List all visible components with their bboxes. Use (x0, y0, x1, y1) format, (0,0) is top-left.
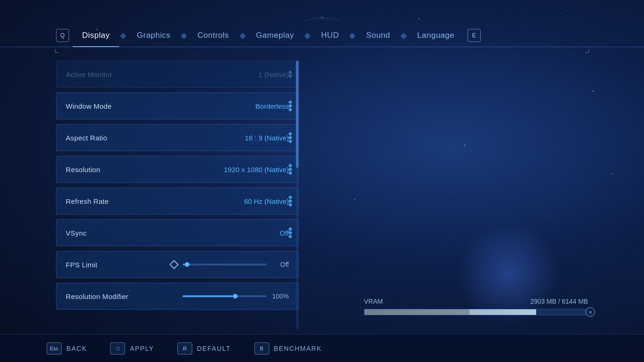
setting-refresh-rate[interactable]: Refresh Rate 60 Hz (Native) (56, 188, 299, 215)
fps-limit-value: Off (273, 261, 289, 268)
benchmark-key-badge: B (254, 342, 269, 355)
vram-usage-text: 2903 MB / 6144 MB (530, 298, 588, 305)
resolution-value: 1920 x 1080 (Native) (224, 166, 289, 174)
aspect-ratio-arrows (289, 132, 292, 143)
vram-available-bar (469, 309, 536, 315)
apply-key-badge: □ (110, 342, 125, 355)
tab-gameplay[interactable]: Gameplay (247, 28, 303, 43)
nav-sep-2: ◆ (180, 30, 188, 41)
vram-section: VRAM 2903 MB / 6144 MB ✕ (364, 298, 588, 315)
vram-label-row: VRAM 2903 MB / 6144 MB (364, 298, 588, 305)
active-monitor-value: 1 (Native) (259, 70, 289, 78)
setting-resolution[interactable]: Resolution 1920 x 1080 (Native) (56, 156, 299, 183)
fps-limit-slider-container: Off (98, 261, 289, 268)
setting-active-monitor[interactable]: Active Monitor 1 (Native) (56, 61, 299, 88)
tab-hud[interactable]: HUD (312, 28, 348, 43)
nav-corner-left-decoration (55, 49, 59, 53)
nav-sep-5: ◆ (348, 30, 357, 41)
nav-right-key[interactable]: E (468, 29, 481, 42)
nav-sep-6: ◆ (399, 30, 408, 41)
vram-used-bar (364, 309, 469, 315)
window-mode-arrows (289, 101, 292, 111)
setting-resolution-modifier[interactable]: Resolution Modifier 100% (56, 283, 299, 310)
window-mode-value: Borderless (255, 102, 289, 110)
resolution-modifier-label: Resolution Modifier (66, 292, 128, 300)
aspect-ratio-label: Aspect Ratio (66, 134, 107, 142)
nav-sep-1: ◆ (119, 30, 127, 41)
tab-language[interactable]: Language (408, 28, 464, 43)
resolution-modifier-slider-thumb[interactable] (233, 294, 238, 299)
default-key-badge: R (177, 342, 192, 355)
benchmark-label: BENCHMARK (274, 345, 322, 352)
arrow-down (288, 139, 292, 143)
apply-action[interactable]: □ APPLY (110, 342, 154, 355)
navigation-bar: Q Display ◆ Graphics ◆ Controls ◆ Gamepl… (0, 28, 644, 47)
fps-limit-label: FPS Limit (66, 261, 98, 269)
refresh-rate-label: Refresh Rate (66, 197, 109, 205)
refresh-rate-arrows (289, 196, 292, 206)
top-emblem (299, 14, 345, 28)
arrow-down (288, 235, 292, 238)
nav-sep-4: ◆ (303, 30, 312, 41)
arrow-down (288, 203, 292, 207)
window-mode-label: Window Mode (66, 102, 112, 110)
settings-panel: Active Monitor 1 (Native) Window Mode Bo… (56, 61, 299, 329)
nav-left-key[interactable]: Q (56, 29, 69, 42)
tab-controls[interactable]: Controls (188, 28, 238, 43)
back-key-badge: Esc (47, 342, 62, 355)
active-monitor-label: Active Monitor (66, 70, 112, 78)
arrow-down (288, 74, 292, 78)
apply-label: APPLY (130, 345, 154, 352)
default-label: DEFAULT (197, 345, 231, 352)
aspect-ratio-value: 16 : 9 (Native) (245, 134, 289, 142)
back-label: BACK (66, 345, 87, 352)
arrow-down (288, 171, 292, 175)
fps-limit-diamond-icon (169, 260, 179, 269)
bottom-action-bar: Esc BACK □ APPLY R DEFAULT B BENCHMARK (0, 334, 644, 362)
resolution-arrows (289, 164, 292, 174)
setting-aspect-ratio[interactable]: Aspect Ratio 16 : 9 (Native) (56, 124, 299, 151)
vram-bar-container: ✕ (364, 309, 588, 315)
tab-display[interactable]: Display (73, 28, 119, 43)
arrow-down (288, 108, 292, 111)
resolution-modifier-slider-fill (182, 295, 233, 297)
settings-scrollbar-thumb[interactable] (296, 61, 299, 168)
resolution-label: Resolution (66, 166, 100, 174)
resolution-modifier-value: 100% (272, 292, 289, 300)
settings-list: Active Monitor 1 (Native) Window Mode Bo… (56, 61, 299, 310)
vsync-value: Off (280, 229, 289, 237)
default-action[interactable]: R DEFAULT (177, 342, 231, 355)
resolution-modifier-slider-track[interactable] (182, 295, 266, 297)
refresh-rate-value: 60 Hz (Native) (244, 197, 289, 205)
resolution-modifier-slider-container: 100% (128, 292, 289, 300)
setting-window-mode[interactable]: Window Mode Borderless (56, 92, 299, 119)
fps-limit-slider-thumb[interactable] (185, 262, 189, 267)
benchmark-action[interactable]: B BENCHMARK (254, 342, 322, 355)
nav-corner-right-decoration (585, 49, 589, 53)
vram-label: VRAM (364, 298, 383, 305)
back-action[interactable]: Esc BACK (47, 342, 87, 355)
tab-sound[interactable]: Sound (357, 28, 399, 43)
vram-info-icon[interactable]: ✕ (586, 307, 595, 317)
vsync-arrows (289, 228, 292, 238)
setting-vsync[interactable]: VSync Off (56, 219, 299, 246)
settings-scrollbar-track[interactable] (296, 61, 299, 329)
svg-point-0 (321, 16, 323, 19)
setting-fps-limit[interactable]: FPS Limit Off (56, 251, 299, 278)
fps-limit-slider-track[interactable] (183, 264, 267, 265)
tab-graphics[interactable]: Graphics (127, 28, 180, 43)
nav-sep-3: ◆ (238, 30, 247, 41)
vsync-label: VSync (66, 229, 87, 237)
active-monitor-arrows (289, 71, 292, 77)
